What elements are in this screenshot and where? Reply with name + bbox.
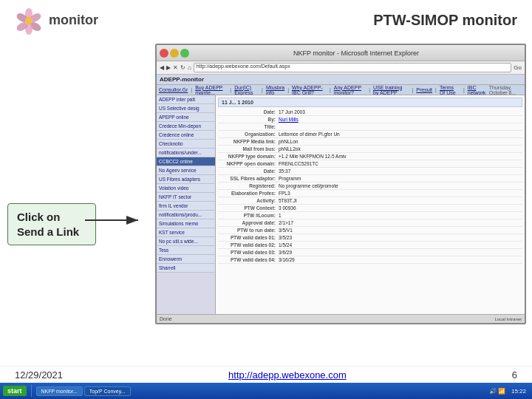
adepp-application: ADEPP-monitor Consultor.Gr | Buy ADEPP m…: [157, 75, 525, 323]
callout-arrow: [85, 209, 144, 231]
browser-toolbar: ◀ ▶ ✕ ↻ ⌂ http://adepp.webexone.com/Defa…: [157, 61, 525, 75]
sidebar-item-9[interactable]: US Fibres adapters: [157, 175, 215, 184]
sidebar-item-4[interactable]: Credence online: [157, 131, 215, 140]
nav-any[interactable]: Any ADEPP monitor?: [334, 85, 366, 95]
sidebar-item-13[interactable]: notifications/produ...: [157, 211, 215, 219]
browser-min-btn[interactable]: [170, 49, 179, 58]
sidebar-item-16[interactable]: No pc util.s wide...: [157, 237, 215, 246]
taskbar: start NKFP monitor... Top/P Convey... 🔊 …: [0, 383, 532, 399]
adepp-app-header: ADEPP-monitor: [157, 75, 525, 85]
url-bar[interactable]: http://adepp.webexone.com/Default.aspx: [194, 63, 511, 72]
sidebar-item-8[interactable]: No Ageev service: [157, 166, 215, 175]
sidebar-item-1[interactable]: US Selective desig: [157, 104, 215, 113]
sidebar-item-0[interactable]: ADEPP inter patt: [157, 95, 215, 104]
back-button[interactable]: ◀: [160, 64, 164, 71]
adepp-detail-pane: 11 J... 1 2010 Date: 17 Jun 2003 By: Nur…: [216, 95, 525, 323]
detail-label-open-domain: NKFPP open domain:: [219, 161, 279, 166]
detail-value-org: Lettomce of dimer Pl.gfor Un: [279, 132, 521, 137]
browser-window: NKFP monitor - Microsoft Internet Explor…: [155, 44, 526, 324]
refresh-button[interactable]: ↻: [180, 64, 185, 71]
taskbar-item-1[interactable]: Top/P Convey...: [84, 386, 131, 396]
sidebar-item-2[interactable]: APEPP online: [157, 113, 215, 122]
detail-value-by[interactable]: Nuri Mills: [279, 117, 521, 122]
detail-header-date: 11 J... 1 2010: [222, 100, 253, 105]
nav-sep1: |: [191, 87, 192, 92]
sidebar-item-14[interactable]: Simulations memo: [157, 219, 215, 228]
go-button[interactable]: Go: [514, 64, 522, 71]
detail-row-open-domain: NKFPP open domain: FRENLCC5291TC: [218, 160, 522, 168]
browser-status-text: Done: [160, 316, 172, 321]
taskbar-system-icons: 🔊 📶: [489, 388, 505, 395]
detail-row-elab: Elaboration Profes: FPL3: [218, 190, 522, 197]
sidebar-item-5[interactable]: Checknotio: [157, 140, 215, 149]
detail-row-ptw-locum: PTW #Locum: 1: [218, 212, 522, 219]
detail-label-approval-date: Approval date:: [219, 220, 279, 225]
home-button[interactable]: ⌂: [188, 64, 191, 71]
callout-text: Click onSend a Link: [17, 211, 79, 238]
nav-why[interactable]: Why ADEPP-IBC Grill?: [292, 85, 327, 95]
nav-ibc[interactable]: IBC network: [468, 85, 486, 95]
detail-value-title: [279, 124, 521, 129]
detail-value-elab: FPL3: [279, 191, 521, 196]
detail-value-ptw-valid3: 3/6/29: [279, 250, 521, 255]
forward-button[interactable]: ▶: [166, 64, 171, 71]
nav-sep4: |: [287, 87, 289, 92]
sidebar-item-17[interactable]: Tess: [157, 246, 215, 255]
sidebar-item-15[interactable]: KST service: [157, 228, 215, 237]
detail-row-date: Date: 17 Jun 2003: [218, 109, 522, 116]
sidebar-item-12[interactable]: firm IL vendor: [157, 202, 215, 211]
left-annotation-panel: Click onSend a Link: [0, 41, 155, 366]
detail-label-ptw-valid3: PTW valid dates 03:: [219, 250, 279, 255]
detail-label-by: By:: [219, 117, 279, 122]
stop-button[interactable]: ✕: [173, 64, 178, 71]
svg-point-6: [25, 17, 33, 24]
browser-title: NKFP monitor - Microsoft Internet Explor…: [191, 50, 522, 57]
taskbar-sound-icon[interactable]: 🔊: [489, 388, 497, 395]
sidebar-item-3[interactable]: Credece Min-depon: [157, 122, 215, 131]
detail-row-title: Title:: [218, 123, 522, 131]
detail-label-ptw-valid4: PTW valid dates 04:: [219, 257, 279, 262]
browser-max-btn[interactable]: [180, 49, 189, 58]
nav-sep5: |: [330, 87, 331, 92]
detail-label-activity: Activity:: [219, 198, 279, 203]
footer-date: 12/29/2021: [15, 369, 63, 381]
detail-row-by: By: Nuri Mills: [218, 116, 522, 123]
nav-dur[interactable]: Dur(IC) Express: [234, 85, 259, 95]
sidebar-item-19[interactable]: Sharrell: [157, 264, 215, 273]
detail-row-nkfpp-media: NKFPP Media link: phNLLon: [218, 138, 522, 146]
detail-label-elab: Elaboration Profes:: [219, 191, 279, 196]
nav-presuit[interactable]: Presuit: [416, 87, 432, 92]
nav-terms[interactable]: Terms Of Use: [440, 85, 460, 95]
detail-row-ptw-valid3: PTW valid dates 03: 3/6/29: [218, 249, 522, 256]
adepp-nav-bar[interactable]: Consultor.Gr | Buy ADEPP mainte... | Dur…: [157, 85, 525, 95]
nav-mtusbra[interactable]: Mtusbra info: [266, 85, 284, 95]
adepp-header-label: ADEPP-monitor: [160, 76, 204, 83]
taskbar-divider: [31, 385, 32, 397]
detail-value-nkfpp-media: phNLLon: [279, 139, 521, 144]
detail-value-date: 17 Jun 2003: [279, 109, 521, 115]
footer-url[interactable]: http://adepp.webexone.com: [228, 369, 347, 381]
detail-value-ptw-valid2: 1/5/24: [279, 242, 521, 248]
detail-value-approval-date: 2/1>17: [279, 220, 521, 225]
detail-value-type-domain: +1.2 Mile NKFPMON 12-5 Amiv: [279, 154, 521, 159]
detail-label-title: Title:: [219, 124, 279, 129]
sidebar-item-ccbcc2[interactable]: CCBCC2 online: [157, 157, 215, 166]
start-button[interactable]: start: [3, 386, 27, 396]
taskbar-clock: 15:22: [508, 388, 529, 395]
browser-content: ADEPP-monitor Consultor.Gr | Buy ADEPP m…: [157, 75, 525, 323]
detail-label-mail-bus: Mail from bus:: [219, 146, 279, 151]
sidebar-item-10[interactable]: Volation video: [157, 184, 215, 193]
detail-label-ptw-context: PTW Context:: [219, 205, 279, 211]
sidebar-item-18[interactable]: Ennowerm: [157, 255, 215, 264]
nav-use[interactable]: USE training by ADEPP: [373, 85, 409, 95]
taskbar-item-0[interactable]: NKFP monitor...: [36, 386, 83, 396]
logo-area: monitor: [15, 7, 98, 35]
browser-close-btn[interactable]: [160, 49, 168, 58]
nav-buy[interactable]: Buy ADEPP mainte...: [195, 85, 227, 95]
sidebar-item-6[interactable]: notifications/under...: [157, 149, 215, 157]
sidebar-item-11[interactable]: NKFP IT sector: [157, 193, 215, 202]
detail-label-datetime: Date:: [219, 168, 279, 174]
detail-row-approval-date: Approval date: 2/1>17: [218, 219, 522, 227]
taskbar-network-icon: 📶: [498, 388, 505, 395]
nav-consultor[interactable]: Consultor.Gr: [159, 87, 188, 92]
